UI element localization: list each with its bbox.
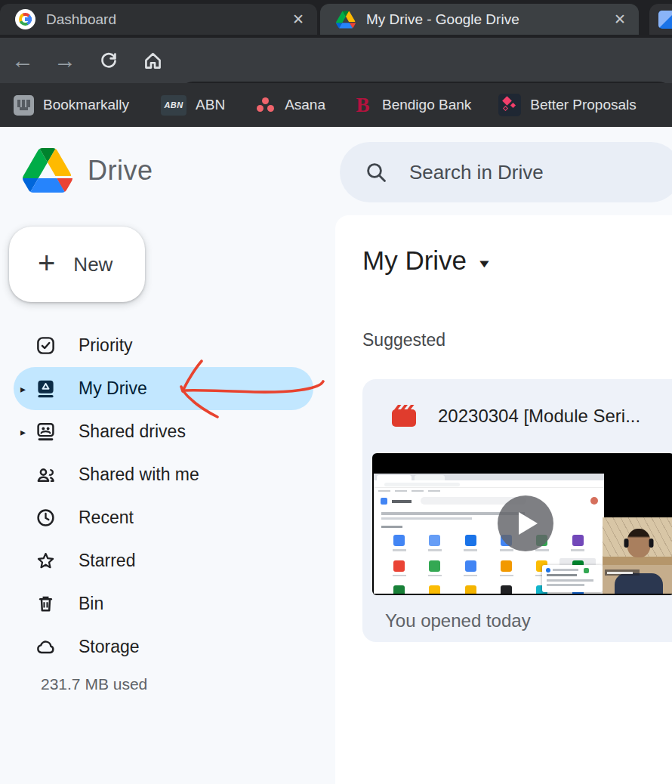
main-content-panel: My Drive ▼ Suggested 20230304 [Module Se…: [335, 215, 672, 784]
suggested-file-card[interactable]: 20230304 [Module Seri...: [362, 379, 672, 642]
drive-brand: Drive: [23, 148, 153, 193]
expand-caret-icon[interactable]: ▸: [20, 383, 26, 395]
expand-caret-icon[interactable]: ▸: [20, 426, 26, 438]
sidebar-item-bin[interactable]: Bin: [14, 582, 313, 625]
asana-dots-icon: [255, 95, 276, 116]
thumbnail-notification-popup: [542, 565, 603, 592]
drive-search-bar[interactable]: [340, 142, 672, 202]
reload-button[interactable]: [92, 44, 125, 77]
sidebar-item-my-drive[interactable]: ▸ My Drive: [14, 367, 313, 410]
forward-button[interactable]: →: [48, 44, 82, 77]
bookmark-abn[interactable]: ABN ABN: [161, 90, 225, 120]
home-icon: [142, 50, 164, 72]
file-title: 20230304 [Module Seri...: [438, 406, 640, 427]
presenter-head: [627, 529, 650, 557]
bookmark-asana[interactable]: Asana: [255, 90, 325, 120]
back-button[interactable]: ←: [6, 44, 39, 77]
suggested-section-label: Suggested: [362, 330, 445, 350]
storage-used-label: 231.7 MB used: [41, 675, 147, 693]
thumbnail-your-apps-label: [381, 526, 402, 529]
google-g-favicon-icon: [15, 9, 35, 29]
video-thumbnail: [372, 453, 672, 595]
clock-icon: [35, 508, 56, 528]
thumbnail-addressbar: [374, 480, 604, 488]
tab-my-drive[interactable]: My Drive - Google Drive ✕: [320, 4, 639, 35]
forward-arrow-icon: →: [54, 49, 76, 72]
tab-dashboard[interactable]: Dashboard ✕: [0, 4, 317, 35]
search-input[interactable]: [409, 161, 672, 184]
chevron-down-icon: ▼: [476, 257, 492, 270]
thumbnail-tabbar: [374, 474, 604, 480]
thumbnail-dashboard-header: [374, 494, 604, 509]
video-file-icon: [391, 404, 417, 427]
tab-strip: Dashboard ✕ My Drive - Google Drive ✕: [0, 0, 672, 38]
close-tab-icon[interactable]: ✕: [287, 8, 310, 31]
blue-app-favicon-icon: [658, 11, 672, 29]
play-button[interactable]: [498, 495, 553, 551]
search-icon: [364, 160, 388, 184]
suggested-file-header: 20230304 [Module Seri...: [391, 404, 640, 427]
drive-page: My Drive ▼ Suggested 20230304 [Module Se…: [0, 127, 672, 784]
presenter-webcam: [603, 517, 672, 594]
shared-drives-icon: [35, 421, 56, 442]
plus-icon: +: [38, 248, 55, 278]
star-icon: [35, 551, 56, 571]
thumbnail-screen-capture: [374, 474, 604, 594]
thumbnail-banner-line2: [381, 517, 472, 520]
page-title-dropdown[interactable]: My Drive ▼: [362, 245, 490, 276]
priority-check-icon: [35, 335, 56, 356]
abn-icon: ABN: [161, 95, 186, 116]
new-button[interactable]: + New: [9, 227, 145, 302]
page-title: My Drive: [362, 245, 467, 276]
drive-favicon-icon: [335, 9, 356, 29]
back-arrow-icon: ←: [11, 49, 34, 72]
sidebar-nav: Priority ▸ My Drive ▸ Shared drives: [14, 324, 313, 668]
bookmark-bookmarkally[interactable]: Bookmarkally: [14, 90, 129, 120]
play-icon: [519, 512, 538, 535]
sidebar-item-starred[interactable]: Starred: [14, 539, 313, 582]
reload-icon: [98, 50, 119, 71]
sidebar-item-recent[interactable]: Recent: [14, 496, 313, 539]
better-proposals-diamond-icon: [498, 94, 521, 116]
browser-window: Dashboard ✕ My Drive - Google Drive ✕: [0, 0, 672, 784]
close-tab-icon[interactable]: ✕: [609, 8, 631, 31]
cloud-icon: [35, 637, 56, 657]
people-icon: [35, 465, 56, 485]
presenter-name-caption: [605, 569, 640, 576]
bookmark-better-proposals[interactable]: Better Proposals: [498, 90, 636, 120]
bookmarkally-icon: [14, 95, 34, 116]
presenter-body: [615, 573, 663, 594]
tab-partial[interactable]: [649, 4, 672, 35]
sidebar-item-storage[interactable]: Storage: [14, 625, 313, 668]
browser-toolbar: ← → https://drive.google.com/drive/my-dr…: [0, 38, 672, 83]
drive-logo-icon: [23, 148, 72, 193]
my-drive-icon: [35, 378, 56, 399]
opened-label: You opened today: [385, 610, 531, 631]
sidebar-item-shared-with-me[interactable]: Shared with me: [14, 453, 313, 496]
thumbnail-bookmarks: [374, 488, 604, 494]
sidebar-item-shared-drives[interactable]: ▸ Shared drives: [14, 410, 313, 453]
drive-wordmark: Drive: [88, 155, 153, 187]
bookmark-bendigo-bank[interactable]: B Bendigo Bank: [353, 90, 471, 120]
trash-icon: [35, 594, 56, 614]
bookmarks-bar: Bookmarkally ABN ABN Asana B Bendigo Ban…: [0, 83, 672, 127]
tab-title: My Drive - Google Drive: [366, 11, 609, 28]
bendigo-b-icon: B: [353, 95, 373, 116]
sidebar-item-priority[interactable]: Priority: [14, 324, 313, 367]
home-button[interactable]: [136, 44, 169, 77]
tab-title: Dashboard: [46, 11, 287, 28]
